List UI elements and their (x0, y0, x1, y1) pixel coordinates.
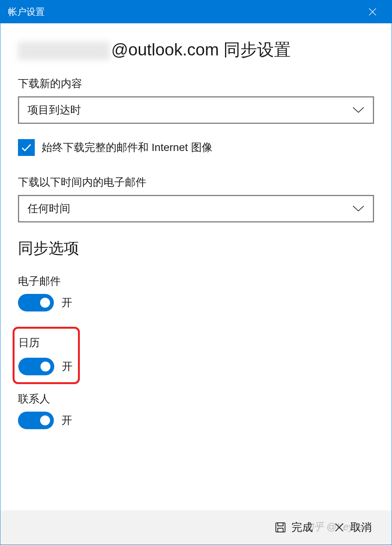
contacts-state: 开 (62, 413, 72, 428)
cancel-button[interactable]: 取消 (329, 517, 376, 538)
checkmark-icon (21, 142, 32, 153)
svg-rect-3 (278, 523, 283, 526)
redacted-email (18, 42, 110, 60)
page-title: @outlook.com 同步设置 (18, 39, 374, 61)
contacts-toggle-group: 联系人 开 (18, 392, 374, 429)
window-title: 帐户设置 (8, 6, 45, 18)
download-time-select[interactable]: 任何时间 (18, 195, 374, 222)
sync-options-heading: 同步选项 (18, 238, 374, 259)
download-time-selected: 任何时间 (28, 201, 70, 216)
contacts-toggle[interactable] (18, 412, 54, 429)
calendar-toggle-group: 日历 开 (18, 336, 73, 375)
calendar-highlight: 日历 开 (13, 327, 80, 384)
svg-rect-2 (276, 523, 285, 532)
svg-rect-4 (278, 528, 283, 532)
download-new-selected: 项目到达时 (28, 103, 81, 117)
calendar-toggle[interactable] (18, 358, 54, 375)
close-button[interactable] (353, 0, 392, 23)
cancel-icon (334, 522, 345, 533)
email-toggle-group: 电子邮件 开 (18, 274, 374, 311)
toggle-knob (40, 298, 50, 308)
download-new-label: 下载新的内容 (18, 76, 374, 91)
chevron-down-icon (352, 205, 364, 212)
footer: 完成 取消 (0, 510, 392, 545)
email-toggle[interactable] (18, 294, 54, 311)
calendar-state: 开 (62, 359, 73, 374)
download-time-label: 下载以下时间内的电子邮件 (18, 175, 374, 190)
toggle-knob (40, 362, 50, 371)
full-download-row: 始终下载完整的邮件和 Internet 图像 (18, 139, 374, 156)
content-area: @outlook.com 同步设置 下载新的内容 项目到达时 始终下载完整的邮件… (0, 23, 392, 510)
save-icon (275, 522, 286, 533)
done-button[interactable]: 完成 (270, 517, 317, 538)
account-settings-window: 帐户设置 @outlook.com 同步设置 下载新的内容 项目到达时 (0, 0, 392, 545)
email-state: 开 (62, 295, 72, 310)
email-label: 电子邮件 (18, 274, 374, 289)
calendar-label: 日历 (18, 336, 73, 350)
contacts-label: 联系人 (18, 392, 374, 406)
full-download-label: 始终下载完整的邮件和 Internet 图像 (42, 140, 212, 155)
chevron-down-icon (352, 107, 364, 114)
toggle-knob (40, 415, 50, 425)
full-download-checkbox[interactable] (18, 139, 35, 156)
download-new-select[interactable]: 项目到达时 (18, 96, 374, 124)
titlebar: 帐户设置 (0, 0, 392, 23)
close-icon (368, 7, 377, 16)
